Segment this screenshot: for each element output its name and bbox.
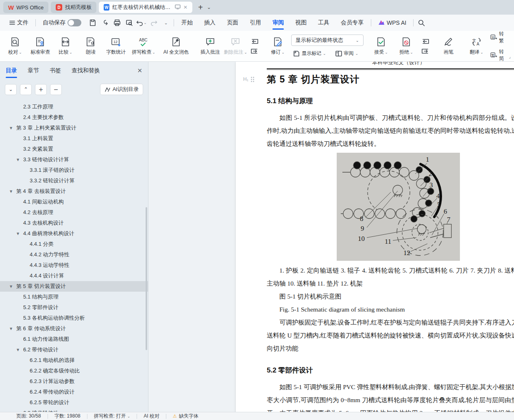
section-heading-52[interactable]: 5.2 零部件设计 [267, 366, 514, 375]
toc-item[interactable]: 6.2.5 带轮的设计 [0, 397, 148, 408]
toc-item[interactable]: 3.3.2 链轮设计计算 [0, 175, 148, 186]
markup-state-dropdown[interactable]: 显示标记的最终状态⌄ [291, 35, 364, 46]
figure-slicing-mechanism[interactable]: 1 2 3 4 5 6 7 8 9 10 11 12 [337, 153, 460, 261]
heading-level-marker[interactable]: H₁ [243, 76, 254, 82]
compare-button[interactable]: 比较⌄ [53, 35, 78, 57]
next-revision-button[interactable] [420, 48, 431, 55]
toc-item[interactable]: 6.2.1 电动机的选择 [0, 355, 148, 366]
toc-item[interactable]: 4.4.3 运动学特性 [0, 260, 148, 271]
tab-bookmarks[interactable]: 书签 [50, 67, 61, 74]
close-tab-icon[interactable]: ✕ [183, 4, 187, 10]
spell-check-button[interactable]: ABC 拼写检查⌄ [128, 35, 159, 57]
toc-item[interactable]: ▼第 3 章 上料夹紧装置设计 [0, 123, 148, 133]
to-traditional-button[interactable]: 简 转繁 [489, 30, 509, 45]
menu-tab-6[interactable]: 工具 [312, 15, 335, 31]
toc-item[interactable]: 6.2.3 计算运动参数 [0, 376, 148, 387]
wps-ai-button[interactable]: WPS AI [373, 15, 412, 31]
toc-item[interactable]: 4.4.4 设计计算 [0, 271, 148, 281]
save-button[interactable] [87, 17, 99, 28]
toc-item[interactable]: 6.1 动力传递路线图 [0, 334, 148, 344]
menu-tab-3[interactable]: 引用 [244, 15, 267, 31]
proofread-button[interactable]: 校对⌄ [2, 35, 28, 57]
translate-button[interactable]: 文A 翻译⌄ [465, 35, 488, 57]
collapse-all-button[interactable]: ⌃ [20, 84, 32, 95]
delete-comment-button[interactable]: 删除批注⌄ [223, 35, 248, 57]
paragraph-3[interactable]: 如图 5-1 可调护板采用 PVC 弹性塑料材料制成,由弹簧、螺钉固定于机架,其… [267, 381, 514, 412]
track-changes-button[interactable]: 修订⌄ [265, 35, 290, 57]
autosave-toggle[interactable] [68, 19, 81, 26]
toc-item[interactable]: ▼第 4 章 去核装置设计 [0, 186, 148, 197]
tab-chapters[interactable]: 章节 [28, 67, 39, 74]
toc-item[interactable]: 5.3 各机构运动协调性分析 [0, 313, 148, 323]
menu-tab-0[interactable]: 开始 [176, 15, 198, 31]
tab-toc[interactable]: 目录 [6, 67, 17, 74]
standard-review-button[interactable]: 标准审查 [28, 35, 53, 57]
menu-tab-2[interactable]: 页面 [221, 15, 244, 31]
figure-caption-cn[interactable]: 图 5-1 切片机构示意图 [267, 290, 514, 303]
word-count-button[interactable]: 12 字数统计 [103, 35, 128, 57]
section-heading-51[interactable]: 5.1 结构与原理 [267, 96, 514, 106]
ink-brush-button[interactable]: 画笔 [436, 35, 461, 57]
toc-item[interactable]: 3.1 上料装置 [0, 133, 148, 144]
toc-item[interactable]: 2.3 工作原理 [0, 102, 148, 112]
page-indicator[interactable]: 页面: 30/58 [16, 413, 41, 420]
menu-tab-5[interactable]: 视图 [290, 15, 312, 31]
toc-item[interactable]: 6.2.4 带传动的设计 [0, 387, 148, 397]
menu-tab-7[interactable]: 会员专享 [335, 15, 369, 31]
new-tab-button[interactable]: + [198, 3, 203, 12]
export-button[interactable] [99, 17, 111, 28]
collapse-triangle-icon[interactable]: ▼ [10, 285, 12, 288]
collapse-triangle-icon[interactable]: ▼ [10, 190, 12, 193]
expand-all-button[interactable]: ⌄ [5, 84, 17, 95]
collapse-triangle-icon[interactable]: ▼ [17, 348, 19, 352]
word-count-indicator[interactable]: 字数: 19808 [54, 413, 81, 420]
paragraph-1[interactable]: 如图 5-1 所示切片机构由可调护板、刀槽式送料轮、刀片和传动机构四部分组成。设… [267, 111, 514, 150]
previous-revision-button[interactable] [420, 38, 431, 45]
missing-font-warning[interactable]: 缺失字体 [179, 413, 198, 420]
reject-revision-button[interactable]: 拒绝⌄ [394, 35, 419, 57]
previous-comment-button[interactable] [249, 38, 260, 45]
to-simplified-button[interactable]: 繁 转简 [489, 48, 509, 63]
file-menu[interactable]: 文件 [4, 15, 34, 31]
zoom-out-outline-button[interactable]: − [50, 84, 62, 95]
show-markup-button[interactable]: 显示标记⌄ [291, 49, 328, 58]
toc-item[interactable]: 4.4.2 动力学特性 [0, 249, 148, 260]
toc-item[interactable]: 6.2.2 确定各级传动比 [0, 366, 148, 376]
toc-item[interactable]: 3.3.1 滚子链的设计 [0, 165, 148, 175]
sidebar-scrollbar[interactable] [146, 207, 147, 350]
ai-polish-button[interactable]: AI 全文润色 [159, 35, 194, 57]
tab-find-replace[interactable]: 查找和替换 [72, 67, 100, 74]
ai-recognize-toc-button[interactable]: AI识别目录 [100, 84, 143, 95]
review-panel-button[interactable]: 审阅⌄ [333, 49, 360, 58]
toc-item[interactable]: ▼4.4 曲柄滑块机构设计 [0, 228, 148, 239]
menu-tab-1[interactable]: 插入 [198, 15, 221, 31]
toc-item[interactable]: 4.3 去核机构设计 [0, 218, 148, 228]
drag-handle-icon[interactable] [251, 77, 254, 82]
tab-document[interactable]: W 红枣去核切片机机械结构设计 ✕ [99, 2, 192, 13]
read-aloud-button[interactable]: 朗读 [78, 35, 103, 57]
toc-item[interactable]: 4.1 间歇运动机构 [0, 197, 148, 207]
toc-item[interactable]: 4.2 去核原理 [0, 207, 148, 218]
collapse-triangle-icon[interactable]: ▼ [17, 232, 19, 236]
tab-docer-templates[interactable]: D 找稻壳模板 [51, 2, 96, 13]
search-icon[interactable] [415, 17, 427, 28]
accept-revision-button[interactable]: 接受⌄ [368, 35, 394, 57]
undo-button[interactable]: ⌄ [135, 17, 148, 28]
toc-item[interactable]: 5.1 结构与原理 [0, 292, 148, 302]
toc-item[interactable]: 6.3 锥齿轮传动 [0, 408, 148, 412]
document-page[interactable]: 本科毕业论文（设计） H₁ 第 5 章 切片装置设计 5.1 结构与原理 如图 … [236, 62, 514, 412]
insert-comment-button[interactable]: 插入批注 [198, 35, 223, 57]
toc-item[interactable]: ▼第 6 章 传动系统设计 [0, 323, 148, 334]
close-sidebar-icon[interactable]: ✕ [137, 67, 142, 74]
print-button[interactable] [111, 17, 123, 28]
toc-item[interactable]: 4.4.1 分类 [0, 239, 148, 249]
print-preview-button[interactable] [123, 17, 135, 28]
toc-item[interactable]: 3.2 夹紧装置 [0, 144, 148, 154]
tab-list-chevron-icon[interactable]: ⌄ [207, 4, 211, 10]
toc-item[interactable]: 5.2 零部件设计 [0, 302, 148, 313]
spell-check-indicator[interactable]: 拼写检查: 打开 ⌄ [94, 413, 131, 420]
screen-share-icon[interactable] [175, 4, 181, 11]
figure-parts-list[interactable]: 1. 护板 2. 定向输送链 3. 辊子 4. 送料轮齿轮 5. 刀槽式送料轮 … [267, 264, 514, 290]
tab-wps-office[interactable]: W WPS Office [3, 2, 48, 13]
toc-item[interactable]: 2.4 主要技术参数 [0, 112, 148, 123]
